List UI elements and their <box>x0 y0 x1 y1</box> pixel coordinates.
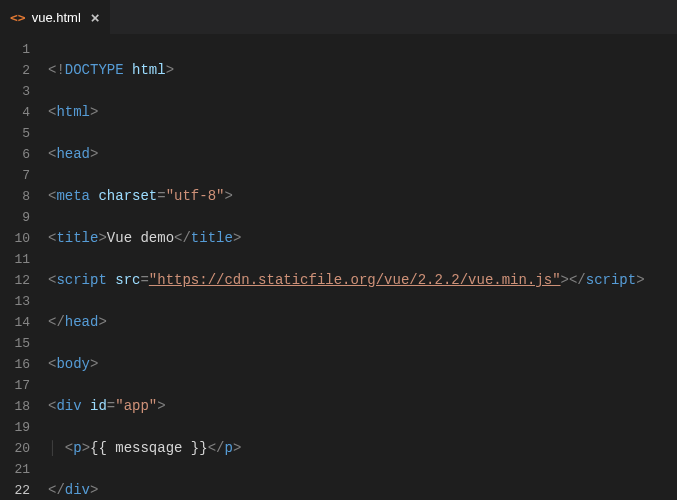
line-number: 8 <box>0 186 30 207</box>
line-number-current: 22 <box>0 480 30 500</box>
line-number: 11 <box>0 249 30 270</box>
line-number: 19 <box>0 417 30 438</box>
line-number: 3 <box>0 81 30 102</box>
line-number: 5 <box>0 123 30 144</box>
line-number: 6 <box>0 144 30 165</box>
line-number: 18 <box>0 396 30 417</box>
line-number: 20 <box>0 438 30 459</box>
line-number: 2 <box>0 60 30 81</box>
line-number: 4 <box>0 102 30 123</box>
line-number: 9 <box>0 207 30 228</box>
line-number: 16 <box>0 354 30 375</box>
line-number: 12 <box>0 270 30 291</box>
line-number: 21 <box>0 459 30 480</box>
line-number: 10 <box>0 228 30 249</box>
line-number: 15 <box>0 333 30 354</box>
line-number-gutter: 1 2 3 4 5 6 7 8 9 10 11 12 13 14 15 16 1… <box>0 39 48 500</box>
html-file-icon: <> <box>10 10 26 25</box>
line-number: 13 <box>0 291 30 312</box>
line-number: 17 <box>0 375 30 396</box>
tab-filename: vue.html <box>32 10 81 25</box>
code-editor[interactable]: 1 2 3 4 5 6 7 8 9 10 11 12 13 14 15 16 1… <box>0 35 677 500</box>
line-number: 7 <box>0 165 30 186</box>
tab-vue-html[interactable]: <> vue.html × <box>0 0 110 34</box>
line-number: 1 <box>0 39 30 60</box>
close-icon[interactable]: × <box>91 9 100 26</box>
code-area[interactable]: <!DOCTYPE html> <html> <head> <meta char… <box>48 39 677 500</box>
tab-bar: <> vue.html × <box>0 0 677 35</box>
line-number: 14 <box>0 312 30 333</box>
